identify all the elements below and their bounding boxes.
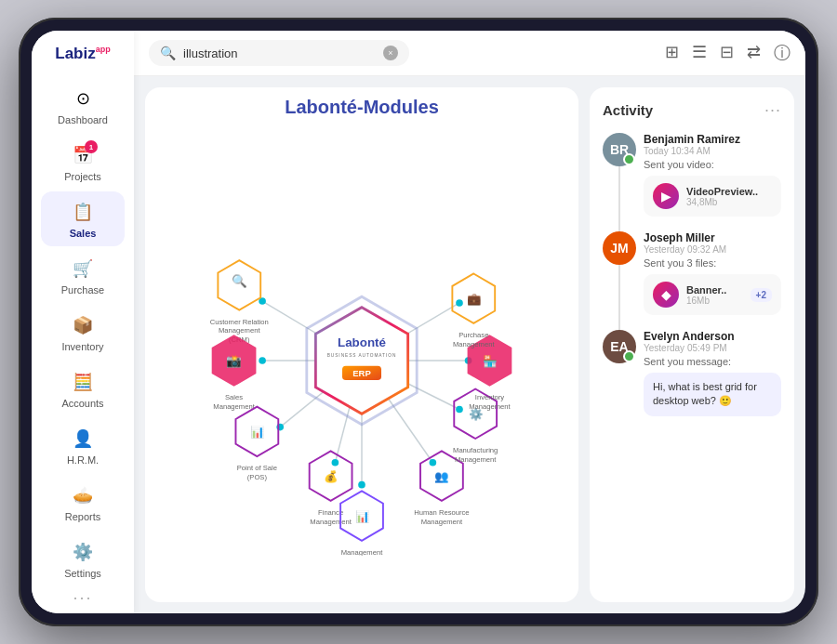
svg-text:BUSINESS AUTOMATION: BUSINESS AUTOMATION: [327, 353, 397, 358]
svg-point-17: [456, 299, 463, 307]
svg-text:Management: Management: [219, 326, 260, 335]
file-info-1: Banner..16Mb: [686, 284, 743, 306]
dashboard-nav-label: Dashboard: [58, 114, 108, 125]
svg-text:Purchase: Purchase: [458, 331, 488, 339]
sales-nav-icon: 📋: [70, 199, 96, 225]
inventory-nav-label: Inventory: [61, 341, 103, 352]
accounts-nav-label: Accounts: [61, 398, 103, 409]
activity-more-button[interactable]: ···: [764, 100, 781, 120]
svg-text:Finance: Finance: [318, 508, 343, 517]
file-icon-0: ▶: [653, 183, 679, 209]
svg-text:💼: 💼: [467, 291, 482, 306]
file-badge-1: +2: [751, 288, 772, 302]
search-clear-button[interactable]: ×: [383, 46, 398, 60]
svg-text:💰: 💰: [324, 468, 339, 483]
svg-text:📸: 📸: [226, 352, 242, 368]
activity-item-0: BRBenjamin RamirezToday 10:34 AMSent you…: [603, 133, 781, 217]
file-info-0: VideoPreview..34,8Mb: [686, 186, 772, 207]
settings-nav-icon: ⚙️: [70, 539, 96, 565]
purchase-nav-icon: 🛒: [70, 256, 96, 282]
file-size-0: 34,8Mb: [686, 197, 772, 207]
activity-name-1: Joseph Miller: [644, 231, 781, 244]
diagram-panel: Labonté-Modules: [145, 87, 578, 602]
accounts-nav-icon: 🧮: [70, 369, 96, 395]
svg-point-10: [259, 357, 266, 364]
sidebar: Labizapp ⊙Dashboard📅1Projects📋Sales🛒Purc…: [32, 31, 134, 613]
sidebar-item-settings[interactable]: ⚙️Settings: [41, 532, 125, 586]
tablet-frame: Labizapp ⊙Dashboard📅1Projects📋Sales🛒Purc…: [19, 18, 818, 626]
settings-nav-label: Settings: [64, 568, 101, 579]
svg-text:ERP: ERP: [352, 368, 371, 378]
svg-text:📊: 📊: [355, 508, 370, 523]
file-card-0[interactable]: ▶VideoPreview..34,8Mb: [644, 176, 781, 217]
svg-text:📊: 📊: [250, 425, 265, 440]
activity-name-0: Benjamin Ramirez: [644, 133, 781, 146]
reports-nav-label: Reports: [65, 511, 101, 522]
svg-point-12: [332, 458, 339, 466]
svg-text:Management: Management: [310, 517, 352, 525]
activity-time-0: Today 10:34 AM: [644, 146, 781, 156]
list-view-icon[interactable]: ☰: [692, 42, 707, 64]
app-logo: Labizapp: [55, 44, 110, 63]
hrm-nav-label: H.R.M.: [67, 454, 99, 466]
activity-info-0: Benjamin RamirezToday 10:34 AMSent you v…: [644, 133, 781, 217]
topbar: 🔍 × ⊞ ☰ ⊟ ⇄ ⓘ: [134, 31, 805, 76]
activity-title: Activity: [603, 102, 653, 118]
activity-time-2: Yesterday 05:49 PM: [644, 343, 781, 353]
sidebar-item-reports[interactable]: 🥧Reports: [41, 475, 125, 530]
sidebar-item-accounts[interactable]: 🧮Accounts: [41, 361, 125, 416]
file-name-1: Banner..: [686, 284, 743, 296]
search-icon: 🔍: [160, 46, 176, 60]
avatar-2: EA: [603, 330, 636, 363]
dashboard-nav-icon: ⊙: [70, 85, 96, 112]
avatar-1: JM: [603, 231, 636, 265]
sidebar-item-inventory[interactable]: 📦Inventory: [41, 305, 125, 360]
projects-nav-label: Projects: [64, 171, 101, 182]
activity-items: BRBenjamin RamirezToday 10:34 AMSent you…: [603, 133, 781, 431]
purchase-nav-label: Purchase: [61, 284, 104, 296]
projects-nav-icon: 📅1: [70, 142, 96, 168]
grid-view-icon[interactable]: ⊞: [665, 42, 679, 64]
svg-text:Customer Relation: Customer Relation: [210, 317, 269, 325]
svg-text:Human Resource: Human Resource: [414, 508, 469, 517]
svg-point-13: [358, 480, 365, 488]
info-icon[interactable]: ⓘ: [774, 42, 790, 64]
svg-text:Management: Management: [213, 401, 255, 410]
filter-icon[interactable]: ⇄: [747, 42, 761, 64]
sidebar-item-purchase[interactable]: 🛒Purchase: [41, 248, 125, 303]
column-view-icon[interactable]: ⊟: [720, 42, 734, 64]
svg-text:Point of Sale: Point of Sale: [237, 464, 277, 472]
svg-text:🏪: 🏪: [483, 353, 498, 368]
sidebar-item-sales[interactable]: 📋Sales: [41, 191, 125, 246]
svg-text:🔍: 🔍: [232, 272, 247, 288]
file-card-1[interactable]: ◆Banner..16Mb+2: [644, 274, 781, 315]
svg-text:👥: 👥: [434, 468, 449, 483]
nav-items: ⊙Dashboard📅1Projects📋Sales🛒Purchase📦Inve…: [41, 78, 125, 588]
svg-point-14: [430, 458, 437, 466]
sidebar-item-projects[interactable]: 📅1Projects: [41, 135, 125, 190]
svg-text:(POS): (POS): [247, 472, 268, 480]
toolbar-icons: ⊞ ☰ ⊟ ⇄ ⓘ: [665, 42, 790, 64]
svg-text:Management: Management: [421, 517, 463, 525]
hrm-nav-icon: 👤: [70, 426, 96, 452]
search-box[interactable]: 🔍 ×: [149, 40, 409, 66]
message-bubble-2: Hi, what is best grid for desktop web? 🙂: [644, 373, 781, 416]
avatar-0: BR: [603, 133, 636, 166]
activity-action-1: Sent you 3 files:: [644, 257, 781, 269]
activity-header: Activity ···: [603, 100, 781, 120]
svg-text:Management: Management: [455, 454, 497, 463]
activity-action-0: Sent you video:: [644, 159, 781, 170]
svg-text:Management: Management: [341, 548, 383, 556]
sidebar-item-hrm[interactable]: 👤H.R.M.: [41, 418, 125, 473]
activity-item-2: EAEvelyn AndersonYesterday 05:49 PMSent …: [603, 330, 781, 416]
file-size-1: 16Mb: [686, 296, 743, 306]
activity-action-2: Sent you message:: [644, 356, 781, 367]
sidebar-item-dashboard[interactable]: ⊙Dashboard: [41, 78, 125, 133]
activity-panel: Activity ··· BRBenjamin RamirezToday 10:…: [590, 87, 794, 602]
modules-diagram-svg: Labonté BUSINESS AUTOMATION ERP 🔍 Cust: [166, 165, 557, 556]
svg-text:Labonté: Labonté: [338, 335, 386, 348]
file-name-0: VideoPreview..: [686, 186, 772, 197]
activity-time-1: Yesterday 09:32 AM: [644, 244, 781, 255]
search-input[interactable]: [183, 46, 376, 60]
diagram-title: Labonté-Modules: [285, 97, 439, 118]
